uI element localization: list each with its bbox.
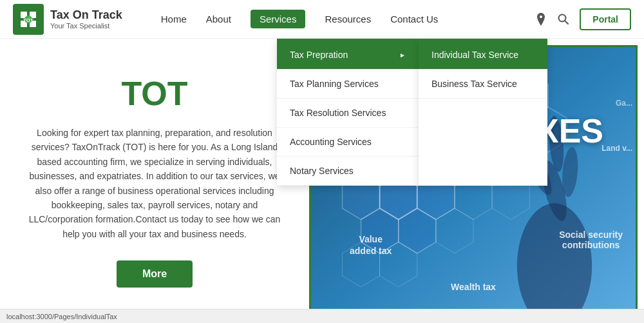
social-security-label: Social securitycontributions xyxy=(559,230,623,250)
wealth-tax-label: Wealth tax xyxy=(451,282,496,292)
dropdown-item-tax-planning[interactable]: Tax Planning Services xyxy=(277,70,419,99)
nav-item-contact[interactable]: Contact Us xyxy=(390,10,438,28)
dropdown-left-panel: Tax Prepration ► Tax Planning Services T… xyxy=(277,39,419,186)
land-value-label: Land v... xyxy=(601,144,632,153)
status-bar: localhost:3000/Pages/IndividualTax xyxy=(0,309,644,323)
services-dropdown: Tax Prepration ► Tax Planning Services T… xyxy=(277,39,547,186)
tot-description: Looking for expert tax planning, prepara… xyxy=(26,126,283,241)
status-url: localhost:3000/Pages/IndividualTax xyxy=(6,313,117,320)
dropdown-item-notary[interactable]: Notary Services xyxy=(277,157,419,186)
dropdown-item-tax-prep[interactable]: Tax Prepration ► xyxy=(277,41,419,70)
dropdown-item-accounting[interactable]: Accounting Services xyxy=(277,128,419,157)
gate-label: Ga... xyxy=(616,99,632,108)
header-icons xyxy=(535,13,570,26)
portal-button[interactable]: Portal xyxy=(580,8,631,30)
dropdown-right-item-business[interactable]: Business Tax Service xyxy=(419,70,547,99)
tot-title: TOT xyxy=(121,74,187,113)
nav-item-about[interactable]: About xyxy=(206,10,231,28)
left-section: TOT Looking for expert tax planning, pre… xyxy=(0,39,309,323)
more-button[interactable]: More xyxy=(117,260,193,288)
dropdown-right-panel: Individual Tax Service Business Tax Serv… xyxy=(419,39,547,186)
chevron-right-icon: ► xyxy=(399,52,406,59)
logo-icon: TOT xyxy=(13,4,44,35)
logo-text-block: Tax On Track Your Tax Specialist xyxy=(50,8,122,30)
svg-text:TOT: TOT xyxy=(23,17,33,23)
dropdown-item-tax-resolution[interactable]: Tax Resolution Services xyxy=(277,99,419,128)
nav-item-resources[interactable]: Resources xyxy=(325,10,371,28)
value-added-tax-label: Valueadded tax xyxy=(350,233,392,257)
logo-title: Tax On Track xyxy=(50,8,122,22)
logo-area: TOT Tax On Track Your Tax Specialist xyxy=(13,4,122,35)
logo-subtitle: Your Tax Specialist xyxy=(50,22,122,30)
main-nav: Home About Services Resources Contact Us xyxy=(161,10,535,28)
svg-line-7 xyxy=(565,21,568,24)
nav-item-services[interactable]: Services xyxy=(251,10,306,28)
search-icon[interactable] xyxy=(557,13,570,26)
header: TOT Tax On Track Your Tax Specialist Hom… xyxy=(0,0,644,39)
dropdown-right-item-individual[interactable]: Individual Tax Service xyxy=(419,41,547,70)
nav-item-home[interactable]: Home xyxy=(161,10,187,28)
location-icon[interactable] xyxy=(535,13,547,26)
